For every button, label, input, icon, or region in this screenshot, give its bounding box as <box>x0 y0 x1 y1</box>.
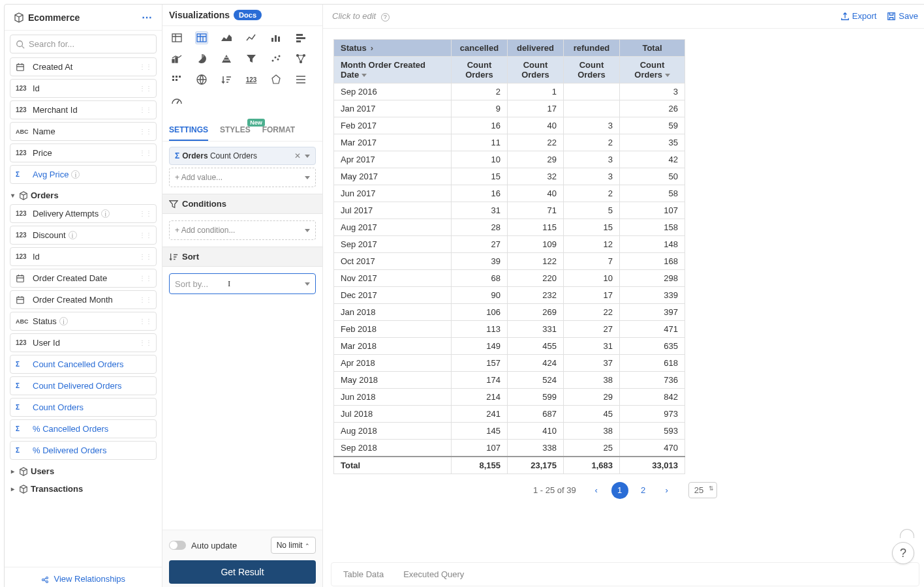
col-cancelled[interactable]: cancelled <box>452 39 508 56</box>
tab-executed-query[interactable]: Executed Query <box>403 569 464 579</box>
add-value[interactable]: + Add value... <box>169 168 316 187</box>
field-item[interactable]: 123Id⋮⋮ <box>10 79 157 98</box>
measure-item[interactable]: ΣCount Orders <box>10 398 157 417</box>
viz-funnel-icon[interactable] <box>245 52 258 65</box>
viz-scatter-icon[interactable] <box>270 52 283 65</box>
value-cell: 45 <box>564 405 620 422</box>
field-item[interactable]: Order Created Month⋮⋮ <box>10 290 157 309</box>
field-item[interactable]: ABCName⋮⋮ <box>10 122 157 141</box>
sub-delivered[interactable]: Count Orders <box>508 56 564 83</box>
viz-sort-icon[interactable] <box>220 73 233 86</box>
month-cell: Jan 2018 <box>334 303 452 320</box>
chevron-down-icon[interactable] <box>362 74 367 77</box>
view-relationships-link[interactable]: View Relationships <box>5 567 162 587</box>
measure-item[interactable]: Σ% Cancelled Orders <box>10 419 157 438</box>
field-item[interactable]: 123Id⋮⋮ <box>10 247 157 266</box>
sort-input[interactable]: Sort by... I <box>169 273 316 294</box>
value-cell: 9 <box>452 100 508 117</box>
viz-combo-icon[interactable] <box>170 52 183 65</box>
sub-total[interactable]: Count Orders <box>620 56 685 83</box>
page-size-select[interactable]: 25 <box>688 482 717 498</box>
auto-update-toggle[interactable] <box>169 541 186 550</box>
field-item[interactable]: ABCStatusi⋮⋮ <box>10 312 157 331</box>
group-users[interactable]: ▸ Users <box>10 462 157 480</box>
value-cell: 58 <box>620 185 685 202</box>
col-delivered[interactable]: delivered <box>508 39 564 56</box>
chevron-down-icon[interactable] <box>665 74 670 77</box>
group-orders[interactable]: ▾ Orders <box>10 187 157 204</box>
col-refunded[interactable]: refunded <box>564 39 620 56</box>
remove-value-icon[interactable]: ✕ <box>294 151 301 160</box>
title-placeholder[interactable]: Click to edit ? <box>332 11 390 22</box>
sidebar-menu-dots[interactable]: ⋯ <box>142 11 153 23</box>
measure-item[interactable]: ΣCount Delivered Orders <box>10 376 157 395</box>
svg-rect-12 <box>296 34 303 36</box>
measure-avg-price[interactable]: Σ Avg Price i <box>10 165 157 184</box>
month-cell: Feb 2017 <box>334 117 452 134</box>
month-header[interactable]: Month Order Created Date <box>334 56 452 83</box>
sub-refunded[interactable]: Count Orders <box>564 56 620 83</box>
value-pill[interactable]: Σ Orders Count Orders ✕ <box>169 147 316 165</box>
svg-point-19 <box>277 59 279 61</box>
viz-pie-icon[interactable] <box>195 52 208 65</box>
value-cell: 50 <box>620 168 685 185</box>
page-1[interactable]: 1 <box>611 482 628 499</box>
field-item[interactable]: 123Delivery Attemptsi⋮⋮ <box>10 204 157 223</box>
field-item[interactable]: 123Discounti⋮⋮ <box>10 226 157 245</box>
tab-table-data[interactable]: Table Data <box>343 569 384 579</box>
field-item[interactable]: 123Merchant Id⋮⋮ <box>10 100 157 119</box>
chevron-down-icon <box>305 282 310 286</box>
month-cell: Sep 2016 <box>334 83 452 100</box>
viz-hbar-icon[interactable] <box>294 31 307 44</box>
page-prev[interactable]: ‹ <box>588 482 605 499</box>
field-item[interactable]: 123Price⋮⋮ <box>10 143 157 162</box>
tab-settings[interactable]: SETTINGS <box>169 120 208 141</box>
help-fab[interactable]: ? <box>892 542 914 564</box>
viz-line-icon[interactable] <box>245 31 258 44</box>
sub-cancelled[interactable]: Count Orders <box>452 56 508 83</box>
viz-list-icon[interactable] <box>294 73 307 86</box>
col-total[interactable]: Total <box>620 39 685 56</box>
save-button[interactable]: Save <box>887 11 918 21</box>
viz-number-icon[interactable]: 123 <box>245 73 258 86</box>
page-next[interactable]: › <box>658 482 675 499</box>
viz-network-icon[interactable] <box>294 52 307 65</box>
drag-handle-icon: ⋮⋮ <box>139 296 152 303</box>
get-result-button[interactable]: Get Result <box>169 560 316 584</box>
viz-pivot-icon[interactable] <box>195 31 208 44</box>
limit-select[interactable]: No limit ⌃ <box>271 537 316 554</box>
table-row: Dec 20179023217339 <box>334 286 685 303</box>
search-input[interactable]: Search for... <box>10 35 157 53</box>
status-header[interactable]: Status› <box>334 39 452 56</box>
viz-gauge-icon[interactable] <box>170 94 183 107</box>
field-item[interactable]: Created At⋮⋮ <box>10 57 157 76</box>
measure-item[interactable]: Σ% Delivered Orders <box>10 441 157 460</box>
viz-geo-icon[interactable] <box>195 73 208 86</box>
table-row: Sep 20172710912148 <box>334 235 685 252</box>
viz-pyramid-icon[interactable] <box>220 52 233 65</box>
value-cell: 148 <box>620 235 685 252</box>
chevron-down-icon[interactable] <box>305 155 310 158</box>
viz-bar-icon[interactable] <box>270 31 283 44</box>
viz-radar-icon[interactable] <box>270 73 283 86</box>
group-transactions[interactable]: ▸ Transactions <box>10 480 157 498</box>
save-icon <box>887 12 896 21</box>
field-item[interactable]: 123User Id⋮⋮ <box>10 333 157 352</box>
viz-table-icon[interactable] <box>170 31 183 44</box>
month-cell: Mar 2017 <box>334 134 452 151</box>
viz-area-icon[interactable] <box>220 31 233 44</box>
measure-item[interactable]: ΣCount Cancelled Orders <box>10 355 157 374</box>
table-row: May 201817452438736 <box>334 371 685 388</box>
svg-rect-16 <box>176 57 177 63</box>
add-condition[interactable]: + Add condition... <box>169 220 316 240</box>
table-row: Jan 201810626922397 <box>334 303 685 320</box>
field-item[interactable]: Order Created Date⋮⋮ <box>10 269 157 288</box>
tab-format[interactable]: FORMAT <box>262 120 295 141</box>
docs-badge[interactable]: Docs <box>234 10 262 20</box>
page-2[interactable]: 2 <box>635 482 652 499</box>
cube-icon <box>14 12 24 23</box>
export-button[interactable]: Export <box>840 11 877 21</box>
viz-calendar-icon[interactable] <box>170 73 183 86</box>
svg-point-18 <box>275 57 277 59</box>
tab-styles[interactable]: STYLESNew <box>220 120 251 141</box>
